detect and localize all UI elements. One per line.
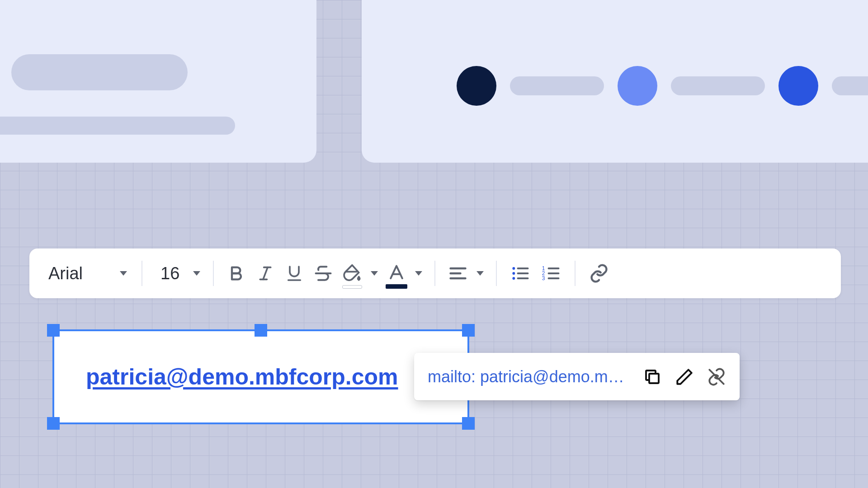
legend-bar-3 <box>832 76 868 95</box>
align-dropdown[interactable] <box>472 256 488 291</box>
legend-dot-navy <box>457 66 496 106</box>
panel-top-left <box>0 0 316 163</box>
toolbar-separator <box>434 261 435 286</box>
resize-handle-bottom-right[interactable] <box>462 417 475 430</box>
copy-link-button[interactable] <box>639 364 665 390</box>
font-size-select[interactable]: 16 <box>151 256 205 291</box>
font-family-value: Arial <box>48 264 83 283</box>
panel-top-right <box>362 0 868 163</box>
bulleted-list-icon <box>509 263 532 283</box>
strikethrough-icon <box>313 263 333 283</box>
bulleted-list-button[interactable] <box>505 256 536 291</box>
font-family-select[interactable]: Arial <box>38 256 133 291</box>
legend-dot-blue <box>778 66 818 106</box>
paint-bucket-icon <box>342 263 362 283</box>
align-left-icon <box>447 263 469 283</box>
text-color-swatch <box>386 284 407 289</box>
chevron-down-icon <box>371 271 378 276</box>
link-url-display[interactable]: mailto: patricia@demo.mbf... <box>428 367 633 386</box>
chevron-down-icon <box>476 271 484 276</box>
svg-text:3: 3 <box>542 275 545 282</box>
legend-bar-1 <box>510 76 604 95</box>
resize-handle-bottom-left[interactable] <box>47 417 60 430</box>
remove-link-button[interactable] <box>704 364 730 390</box>
pencil-icon <box>675 367 694 386</box>
italic-button[interactable] <box>251 256 280 291</box>
selected-text-box[interactable]: patricia@demo.mbfcorp.com <box>52 329 469 424</box>
resize-handle-top-right[interactable] <box>462 324 475 337</box>
legend-bar-2 <box>671 76 765 95</box>
text-format-toolbar: Arial 16 <box>29 249 841 298</box>
toolbar-separator <box>575 261 576 286</box>
placeholder-bar-large <box>11 54 188 90</box>
email-link[interactable]: patricia@demo.mbfcorp.com <box>86 364 398 390</box>
edit-link-button[interactable] <box>671 364 697 390</box>
text-color-button[interactable] <box>382 256 411 291</box>
unlink-icon <box>706 367 727 386</box>
text-color-a-icon <box>387 263 406 283</box>
bold-button[interactable] <box>222 256 251 291</box>
strikethrough-button[interactable] <box>309 256 338 291</box>
underline-button[interactable] <box>280 256 309 291</box>
toolbar-separator <box>213 261 214 286</box>
underline-icon <box>285 263 303 283</box>
fill-color-button[interactable] <box>338 256 367 291</box>
svg-point-9 <box>512 267 515 270</box>
fill-color-swatch <box>342 285 362 289</box>
copy-icon <box>643 367 662 386</box>
chevron-down-icon <box>120 271 127 276</box>
resize-handle-top-left[interactable] <box>47 324 60 337</box>
fill-color-dropdown[interactable] <box>367 256 382 291</box>
svg-point-10 <box>512 272 515 275</box>
bold-icon <box>227 263 245 283</box>
svg-rect-21 <box>649 374 659 383</box>
italic-icon <box>256 263 274 283</box>
svg-point-11 <box>512 277 515 280</box>
link-icon <box>587 263 611 283</box>
chevron-down-icon <box>193 271 200 276</box>
align-button[interactable] <box>443 256 472 291</box>
link-popover: mailto: patricia@demo.mbf... <box>414 353 740 400</box>
placeholder-bar-small <box>0 117 235 135</box>
toolbar-separator <box>496 261 497 286</box>
text-color-dropdown[interactable] <box>411 256 426 291</box>
svg-line-2 <box>263 267 268 280</box>
resize-handle-top-middle[interactable] <box>255 324 267 337</box>
chevron-down-icon <box>415 271 422 276</box>
numbered-list-button[interactable]: 123 <box>536 256 566 291</box>
toolbar-separator <box>142 261 142 286</box>
legend-dot-lightblue <box>618 66 657 106</box>
font-size-value: 16 <box>160 264 179 283</box>
insert-link-button[interactable] <box>584 256 614 291</box>
numbered-list-icon: 123 <box>539 263 563 283</box>
